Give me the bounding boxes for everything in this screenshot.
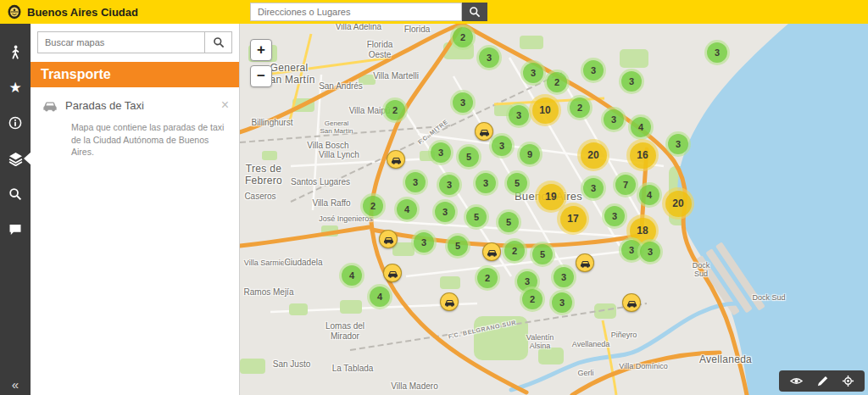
taxi-cluster-marker[interactable]: 2: [360, 193, 386, 219]
taxi-stop-marker[interactable]: [576, 253, 594, 272]
eye-icon: [789, 375, 804, 387]
taxi-cluster-marker[interactable]: 16: [626, 139, 659, 171]
taxi-cluster-marker[interactable]: 3: [581, 175, 606, 201]
taxi-stop-marker[interactable]: [482, 242, 501, 261]
app-header: Buenos Aires Ciudad: [0, 0, 868, 24]
taxi-cluster-marker[interactable]: 4: [339, 263, 364, 288]
taxi-cluster-marker[interactable]: 2: [520, 287, 545, 312]
pencil-icon: [816, 375, 829, 387]
taxi-cluster-marker[interactable]: 3: [551, 264, 576, 290]
taxi-stop-marker[interactable]: [622, 293, 641, 312]
tool-sidebar: ★ «: [0, 24, 31, 395]
taxi-cluster-marker[interactable]: 7: [613, 172, 638, 198]
address-search-button[interactable]: [462, 3, 487, 21]
layer-title: Paradas de Taxi: [65, 99, 144, 112]
sidebar-item-information[interactable]: [0, 105, 31, 141]
taxi-cluster-marker[interactable]: 3: [665, 131, 691, 157]
map-toolbar: [779, 370, 865, 392]
taxi-cluster-marker[interactable]: 2: [567, 95, 593, 120]
taxi-cluster-marker[interactable]: 3: [403, 170, 428, 195]
taxi-cluster-marker[interactable]: 4: [637, 182, 662, 208]
close-layer-button[interactable]: ×: [221, 98, 229, 112]
info-icon: [8, 116, 22, 130]
brand-title: Buenos Aires Ciudad: [27, 6, 138, 19]
taxi-cluster-marker[interactable]: 20: [662, 187, 694, 220]
taxi-cluster-marker[interactable]: 3: [489, 133, 515, 159]
sidebar-item-comments[interactable]: [0, 212, 31, 248]
zoom-in-button[interactable]: +: [250, 39, 272, 61]
taxi-cluster-marker[interactable]: 3: [450, 90, 476, 115]
layers-panel: Transporte Paradas de Taxi × Mapa que co…: [31, 24, 240, 395]
taxi-stop-marker[interactable]: [440, 292, 459, 311]
sidebar-item-how-to-get-there[interactable]: [0, 34, 31, 70]
taxi-cluster-marker[interactable]: 5: [456, 144, 481, 170]
taxi-cluster-marker[interactable]: 3: [411, 230, 437, 255]
locate-button[interactable]: [842, 375, 854, 387]
locate-icon: [842, 375, 854, 387]
taxi-cluster-marker[interactable]: 3: [428, 140, 453, 165]
taxi-cluster-marker[interactable]: 3: [602, 203, 627, 229]
collapse-sidebar-button[interactable]: «: [0, 377, 31, 392]
layer-description: Mapa que contiene las paradas de taxi de…: [71, 121, 225, 159]
taxi-cluster-marker[interactable]: 3: [619, 69, 644, 94]
address-search-input[interactable]: [250, 3, 462, 21]
layers-icon: [8, 152, 23, 166]
search-icon: [8, 187, 22, 201]
sidebar-item-favorites[interactable]: ★: [0, 70, 31, 105]
taxi-cluster-marker[interactable]: 20: [577, 139, 609, 171]
taxi-cluster-marker[interactable]: 4: [628, 114, 654, 140]
ba-coat-of-arms-icon: [7, 4, 22, 19]
taxi-cluster-marker[interactable]: 2: [502, 238, 527, 264]
taxi-cluster-marker[interactable]: 3: [704, 40, 730, 65]
taxi-cluster-marker[interactable]: 4: [367, 284, 392, 309]
layer-item-paradas-de-taxi[interactable]: Paradas de Taxi ×: [31, 87, 239, 118]
search-icon: [213, 36, 225, 48]
map-search-button[interactable]: [205, 31, 232, 53]
brand: Buenos Aires Ciudad: [7, 4, 138, 19]
zoom-controls: + −: [250, 39, 272, 87]
address-search: [250, 3, 487, 21]
taxi-cluster-marker[interactable]: 4: [394, 197, 420, 222]
taxi-cluster-marker[interactable]: 3: [476, 45, 502, 70]
taxi-cluster-marker[interactable]: 10: [529, 94, 561, 126]
taxi-cluster-marker[interactable]: 3: [473, 170, 498, 196]
category-header: Transporte: [31, 62, 239, 87]
zoom-out-button[interactable]: −: [250, 65, 272, 87]
taxi-stop-marker[interactable]: [383, 264, 402, 282]
taxi-cluster-marker[interactable]: 5: [496, 209, 521, 235]
taxi-cluster-marker[interactable]: 2: [382, 97, 408, 123]
taxi-cluster-marker[interactable]: 9: [517, 142, 542, 167]
taxi-stop-marker[interactable]: [379, 230, 398, 248]
taxi-cluster-marker[interactable]: 5: [504, 170, 530, 196]
pedestrian-icon: [8, 45, 22, 59]
chat-icon: [8, 223, 22, 236]
taxi-cluster-marker[interactable]: 5: [464, 204, 489, 230]
taxi-cluster-marker[interactable]: 3: [601, 107, 626, 132]
taxi-cluster-marker[interactable]: 3: [581, 58, 606, 83]
visibility-button[interactable]: [789, 375, 804, 387]
sidebar-item-search[interactable]: [0, 176, 31, 212]
star-icon: ★: [8, 81, 21, 95]
taxi-cluster-marker[interactable]: 5: [530, 242, 555, 267]
taxi-cluster-marker[interactable]: 3: [506, 103, 531, 128]
taxi-cluster-marker[interactable]: 3: [432, 199, 458, 225]
taxi-cluster-marker[interactable]: 2: [450, 25, 476, 50]
search-icon: [469, 6, 481, 18]
taxi-cluster-marker[interactable]: 2: [544, 70, 570, 95]
taxi-cluster-marker[interactable]: 5: [445, 233, 470, 259]
taxi-cluster-marker[interactable]: 3: [637, 239, 663, 264]
active-panel-pointer: [24, 152, 31, 165]
taxi-cluster-marker[interactable]: 17: [557, 203, 589, 235]
draw-button[interactable]: [816, 375, 829, 387]
taxi-cluster-marker[interactable]: 2: [475, 265, 500, 291]
map-search: [37, 31, 232, 53]
taxi-cluster-marker[interactable]: 3: [437, 172, 462, 198]
map-canvas[interactable]: Villa AdelinaFlorida OesteFloridaGeneral…: [240, 24, 868, 395]
taxi-stop-marker[interactable]: [387, 150, 405, 169]
map-search-input[interactable]: [37, 31, 205, 53]
taxi-cluster-marker[interactable]: 3: [549, 290, 575, 315]
map-marker-layer: 2332333233102343539201633335193742024355…: [240, 24, 868, 395]
taxi-cluster-marker[interactable]: 3: [520, 60, 546, 86]
taxi-icon: [42, 97, 58, 113]
